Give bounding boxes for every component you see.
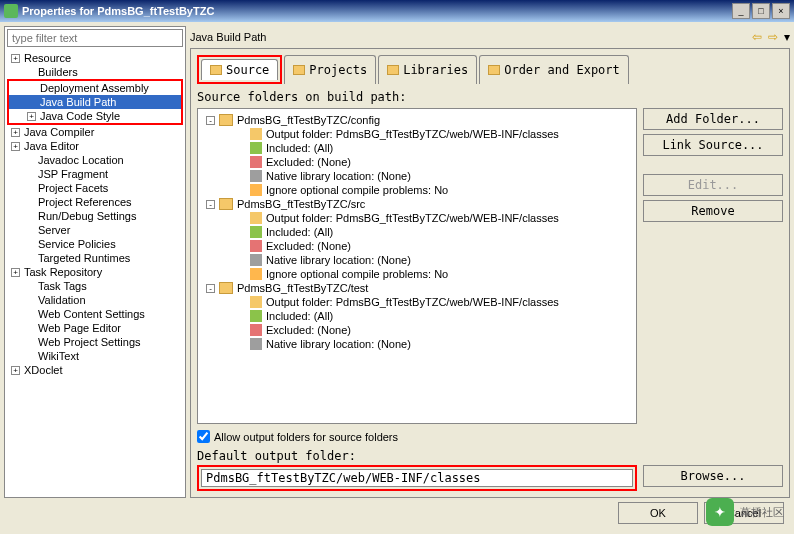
source-tree-row[interactable]: Included: (All) <box>202 225 632 239</box>
add-folder-button[interactable]: Add Folder... <box>643 108 783 130</box>
source-tree-label: Native library location: (None) <box>266 338 411 350</box>
source-tree-row[interactable]: Ignore optional compile problems: No <box>202 183 632 197</box>
browse-button[interactable]: Browse... <box>643 465 783 487</box>
sidebar-item[interactable]: +Task Repository <box>7 265 183 279</box>
nat-icon <box>250 338 262 350</box>
sidebar-item[interactable]: Web Content Settings <box>7 307 183 321</box>
page-heading: Java Build Path ⇦ ⇨ ▾ <box>190 26 790 48</box>
edit-button[interactable]: Edit... <box>643 174 783 196</box>
sidebar-item[interactable]: WikiText <box>7 349 183 363</box>
sidebar-item-label: Java Compiler <box>24 126 94 138</box>
expand-icon[interactable]: + <box>11 128 20 137</box>
remove-button[interactable]: Remove <box>643 200 783 222</box>
expand-icon[interactable]: + <box>11 54 20 63</box>
allow-output-checkbox[interactable] <box>197 430 210 443</box>
source-folders-label: Source folders on build path: <box>197 90 783 104</box>
sidebar-item-label: Task Tags <box>38 280 87 292</box>
source-tree-row[interactable]: Excluded: (None) <box>202 155 632 169</box>
minimize-button[interactable]: _ <box>732 3 750 19</box>
filter-input[interactable] <box>7 29 183 47</box>
category-tree[interactable]: +ResourceBuildersDeployment AssemblyJava… <box>5 49 185 497</box>
sidebar-item[interactable]: Task Tags <box>7 279 183 293</box>
ign-icon <box>250 184 262 196</box>
sidebar-item[interactable]: Deployment Assembly <box>9 81 181 95</box>
inc-icon <box>250 310 262 322</box>
source-tree-label: Output folder: PdmsBG_ftTestByTZC/web/WE… <box>266 128 559 140</box>
expand-icon[interactable]: + <box>11 268 20 277</box>
tab-icon <box>210 65 222 75</box>
dropdown-icon[interactable]: ▾ <box>784 30 790 44</box>
back-icon[interactable]: ⇦ <box>752 30 762 44</box>
source-tree-label: Native library location: (None) <box>266 170 411 182</box>
sidebar-item[interactable]: +Java Editor <box>7 139 183 153</box>
source-tree-row[interactable]: Output folder: PdmsBG_ftTestByTZC/web/WE… <box>202 295 632 309</box>
default-output-input[interactable] <box>201 469 633 487</box>
source-tree-label: Excluded: (None) <box>266 156 351 168</box>
sidebar-item[interactable]: Java Build Path <box>9 95 181 109</box>
expand-icon[interactable]: + <box>11 366 20 375</box>
close-button[interactable]: × <box>772 3 790 19</box>
tab-source[interactable]: Source <box>201 59 278 80</box>
sidebar-item[interactable]: +XDoclet <box>7 363 183 377</box>
source-tree-row[interactable]: Excluded: (None) <box>202 239 632 253</box>
source-tree-row[interactable]: Excluded: (None) <box>202 323 632 337</box>
sidebar-item[interactable]: Run/Debug Settings <box>7 209 183 223</box>
tab-label: Libraries <box>403 63 468 77</box>
source-tree-row[interactable]: Native library location: (None) <box>202 169 632 183</box>
tab-projects[interactable]: Projects <box>284 55 376 84</box>
sidebar-item[interactable]: JSP Fragment <box>7 167 183 181</box>
source-tree-row[interactable]: -PdmsBG_ftTestByTZC/test <box>202 281 632 295</box>
dialog-footer: OK Cancel <box>0 502 794 530</box>
tab-label: Order and Export <box>504 63 620 77</box>
exc-icon <box>250 324 262 336</box>
out-icon <box>250 128 262 140</box>
nat-icon <box>250 170 262 182</box>
source-tree[interactable]: -PdmsBG_ftTestByTZC/configOutput folder:… <box>197 108 637 424</box>
expand-icon[interactable]: - <box>206 200 215 209</box>
inc-icon <box>250 226 262 238</box>
sidebar-item-label: Resource <box>24 52 71 64</box>
sidebar-item[interactable]: Web Project Settings <box>7 335 183 349</box>
sidebar-item[interactable]: Validation <box>7 293 183 307</box>
source-tree-label: Output folder: PdmsBG_ftTestByTZC/web/WE… <box>266 212 559 224</box>
sidebar-item[interactable]: Builders <box>7 65 183 79</box>
source-tree-row[interactable]: -PdmsBG_ftTestByTZC/config <box>202 113 632 127</box>
tab-libraries[interactable]: Libraries <box>378 55 477 84</box>
sidebar-item[interactable]: Project References <box>7 195 183 209</box>
sidebar-item[interactable]: +Resource <box>7 51 183 65</box>
sidebar-item-label: Javadoc Location <box>38 154 124 166</box>
source-tree-label: PdmsBG_ftTestByTZC/config <box>237 114 380 126</box>
sidebar-item[interactable]: Targeted Runtimes <box>7 251 183 265</box>
forward-icon[interactable]: ⇨ <box>768 30 778 44</box>
sidebar-item[interactable]: Service Policies <box>7 237 183 251</box>
source-tree-row[interactable]: Included: (All) <box>202 141 632 155</box>
tab-label: Projects <box>309 63 367 77</box>
sidebar-item[interactable]: Project Facets <box>7 181 183 195</box>
expand-icon[interactable]: + <box>11 142 20 151</box>
source-tree-row[interactable]: Native library location: (None) <box>202 253 632 267</box>
source-tree-row[interactable]: Native library location: (None) <box>202 337 632 351</box>
source-tree-label: Excluded: (None) <box>266 240 351 252</box>
source-tree-row[interactable]: -PdmsBG_ftTestByTZC/src <box>202 197 632 211</box>
title-bar: Properties for PdmsBG_ftTestByTZC _ □ × <box>0 0 794 22</box>
source-tree-row[interactable]: Output folder: PdmsBG_ftTestByTZC/web/WE… <box>202 127 632 141</box>
app-icon <box>4 4 18 18</box>
source-tree-row[interactable]: Ignore optional compile problems: No <box>202 267 632 281</box>
source-tree-label: PdmsBG_ftTestByTZC/src <box>237 198 365 210</box>
maximize-button[interactable]: □ <box>752 3 770 19</box>
source-tree-row[interactable]: Output folder: PdmsBG_ftTestByTZC/web/WE… <box>202 211 632 225</box>
sidebar-item[interactable]: Javadoc Location <box>7 153 183 167</box>
sidebar-item[interactable]: Server <box>7 223 183 237</box>
expand-icon[interactable]: - <box>206 284 215 293</box>
link-source-button[interactable]: Link Source... <box>643 134 783 156</box>
sidebar-item[interactable]: Web Page Editor <box>7 321 183 335</box>
sidebar-item-label: Web Page Editor <box>38 322 121 334</box>
sidebar-item[interactable]: +Java Compiler <box>7 125 183 139</box>
expand-icon[interactable]: + <box>27 112 36 121</box>
expand-icon[interactable]: - <box>206 116 215 125</box>
tab-order-and-export[interactable]: Order and Export <box>479 55 629 84</box>
sidebar-item-label: Project Facets <box>38 182 108 194</box>
sidebar-item[interactable]: +Java Code Style <box>9 109 181 123</box>
ok-button[interactable]: OK <box>618 502 698 524</box>
source-tree-row[interactable]: Included: (All) <box>202 309 632 323</box>
